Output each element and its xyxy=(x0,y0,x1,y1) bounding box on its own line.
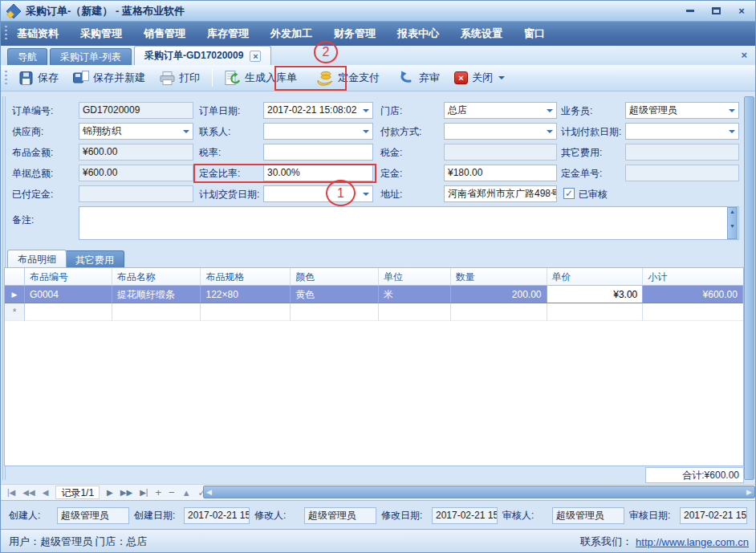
nav-prior-page-button[interactable]: ◀◀ xyxy=(22,488,35,497)
paid-deposit-label: 已付定金: xyxy=(12,186,53,203)
tab-other-fee[interactable]: 其它费用 xyxy=(65,250,124,268)
chevron-down-icon[interactable] xyxy=(363,109,369,112)
contact-field[interactable] xyxy=(263,123,373,140)
pay-method-field[interactable] xyxy=(444,123,557,140)
empty-cell[interactable] xyxy=(379,303,451,321)
chevron-down-icon[interactable] xyxy=(498,76,505,79)
save-and-new-label: 保存并新建 xyxy=(93,71,145,85)
menu-window[interactable]: 窗口 xyxy=(524,26,545,41)
print-label: 打印 xyxy=(179,71,200,85)
menu-finance[interactable]: 财务管理 xyxy=(334,26,376,41)
detail-table: 布品编号 布品名称 布品规格 颜色 单位 数量 单价 小计 ▶ G0004 提花… xyxy=(4,267,744,466)
cell-qty[interactable]: 200.00 xyxy=(451,286,547,303)
chevron-down-icon[interactable] xyxy=(183,130,189,133)
supplier-field[interactable]: 锦翔纺织 xyxy=(79,123,193,140)
chevron-down-icon[interactable] xyxy=(363,130,369,133)
cell-fabric-spec[interactable]: 122×80 xyxy=(201,286,291,303)
nav-delete-button[interactable]: − xyxy=(169,486,175,498)
cell-fabric-name[interactable]: 提花顺纡缎条 xyxy=(112,286,201,303)
approved-checkbox[interactable]: ✓ xyxy=(563,188,575,199)
nav-next-button[interactable]: ▶ xyxy=(107,488,113,497)
cell-price[interactable]: ¥3.00 xyxy=(547,286,644,303)
order-date-field[interactable]: 2017-02-21 15:08:02 xyxy=(263,102,373,119)
tab-navigation[interactable]: 导航 xyxy=(7,48,47,65)
empty-cell[interactable] xyxy=(25,303,112,321)
maximize-button[interactable] xyxy=(707,3,725,18)
table-new-row[interactable]: * xyxy=(5,303,743,321)
minimize-button[interactable] xyxy=(681,3,699,18)
deposit-field[interactable]: ¥180.00 xyxy=(444,165,557,181)
empty-cell[interactable] xyxy=(451,303,547,321)
chevron-down-icon[interactable] xyxy=(547,130,553,133)
empty-cell[interactable] xyxy=(201,303,291,321)
annotation-step-2: 2 xyxy=(314,41,338,63)
nav-prior-button[interactable]: ◀ xyxy=(43,488,49,497)
save-button[interactable]: 保存 xyxy=(14,68,64,87)
chevron-down-icon[interactable] xyxy=(729,109,735,112)
remark-scrollbar[interactable]: ▲▼ xyxy=(727,207,738,239)
plan-pay-date-field[interactable] xyxy=(625,123,739,140)
empty-cell[interactable] xyxy=(291,303,379,321)
vertical-scrollbar[interactable] xyxy=(744,96,754,480)
menu-inventory[interactable]: 库存管理 xyxy=(207,26,249,41)
col-fabric-spec[interactable]: 布品规格 xyxy=(201,268,291,286)
chevron-down-icon[interactable] xyxy=(363,193,369,196)
scroll-left-icon[interactable]: ◀ xyxy=(206,488,212,496)
chevron-down-icon[interactable] xyxy=(547,109,553,112)
cell-color[interactable]: 黄色 xyxy=(291,286,379,303)
menu-sales[interactable]: 销售管理 xyxy=(144,26,185,41)
salesman-field[interactable]: 超级管理员 xyxy=(625,102,739,119)
col-price[interactable]: 单价 xyxy=(547,268,644,286)
table-row-selected[interactable]: ▶ G0004 提花顺纡缎条 122×80 黄色 米 200.00 ¥3.00 … xyxy=(5,286,743,303)
nav-first-button[interactable]: |◀ xyxy=(7,488,15,497)
close-button[interactable]: × xyxy=(733,3,750,18)
nav-edit-button[interactable]: ▲ xyxy=(182,488,191,498)
address-field[interactable]: 河南省郑州市京广路498号 xyxy=(444,185,557,202)
store-value: 总店 xyxy=(448,104,467,116)
col-subtotal[interactable]: 小计 xyxy=(643,268,743,286)
contact-link[interactable]: http://www.lange.com.cn xyxy=(636,536,749,548)
cell-unit[interactable]: 米 xyxy=(379,286,451,303)
empty-cell[interactable] xyxy=(643,303,743,321)
remark-textarea[interactable] xyxy=(79,206,739,240)
tabbar-close-icon[interactable]: × xyxy=(741,49,747,61)
col-fabric-name[interactable]: 布品名称 xyxy=(112,268,201,286)
print-button[interactable]: 打印 xyxy=(154,68,205,87)
modifier-label: 修改人: xyxy=(254,507,286,524)
cell-fabric-code[interactable]: G0004 xyxy=(25,286,112,303)
nav-insert-button[interactable]: + xyxy=(155,486,161,498)
nav-last-button[interactable]: ▶| xyxy=(140,488,148,497)
plan-delivery-date-field[interactable] xyxy=(263,185,373,202)
menu-outsourcing[interactable]: 外发加工 xyxy=(270,26,312,41)
menu-basic-data[interactable]: 基础资料 xyxy=(17,26,59,41)
col-unit[interactable]: 单位 xyxy=(379,268,451,286)
menu-settings[interactable]: 系统设置 xyxy=(461,26,502,41)
col-fabric-code[interactable]: 布品编号 xyxy=(25,268,112,286)
order-date-value: 2017-02-21 15:08:02 xyxy=(267,104,356,116)
tab-close-icon[interactable]: × xyxy=(250,51,261,62)
store-field[interactable]: 总店 xyxy=(444,102,557,119)
col-qty[interactable]: 数量 xyxy=(451,268,547,286)
store-label: 门店: xyxy=(380,103,402,120)
close-form-label: 关闭 xyxy=(472,71,493,85)
tab-order-current[interactable]: 采购订单-GD17020009 × xyxy=(134,46,271,65)
app-window: 采购订单-（新建） - 蓝格布业软件 × 基础资料 采购管理 销售管理 库存管理… xyxy=(0,0,756,553)
order-no-label: 订单编号: xyxy=(12,103,53,120)
col-color[interactable]: 颜色 xyxy=(291,268,379,286)
menu-purchase[interactable]: 采购管理 xyxy=(80,26,122,41)
close-form-button[interactable]: × 关闭 xyxy=(449,68,510,87)
scroll-right-icon[interactable]: ▶ xyxy=(746,488,752,496)
unapprove-button[interactable]: 弃审 xyxy=(393,68,445,87)
cell-subtotal[interactable]: ¥600.00 xyxy=(643,286,743,303)
horizontal-scrollbar[interactable]: ◀ ▶ xyxy=(203,486,755,498)
tab-fabric-detail[interactable]: 布品明细 xyxy=(7,250,67,267)
tab-order-list[interactable]: 采购订单-列表 xyxy=(50,48,132,65)
tax-rate-label: 税率: xyxy=(199,144,221,161)
tax-rate-field[interactable] xyxy=(263,144,373,161)
chevron-down-icon[interactable] xyxy=(729,130,735,133)
save-and-new-button[interactable]: 保存并新建 xyxy=(67,68,151,87)
empty-cell[interactable] xyxy=(112,303,201,321)
menu-reports[interactable]: 报表中心 xyxy=(397,26,439,41)
nav-next-page-button[interactable]: ▶▶ xyxy=(120,488,132,497)
empty-cell[interactable] xyxy=(547,303,644,321)
